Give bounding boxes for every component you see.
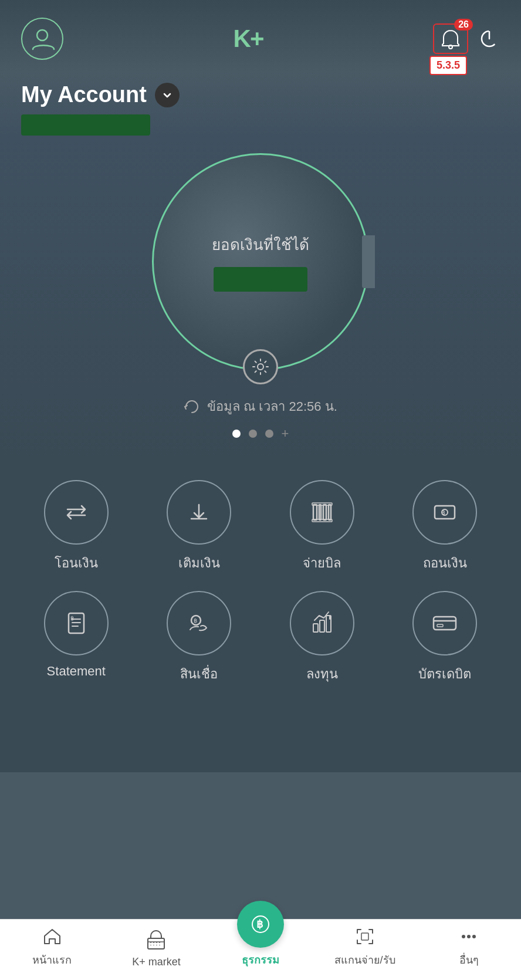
action-transfer-label: โอนเงิน bbox=[55, 553, 98, 573]
action-invest-circle bbox=[290, 591, 354, 655]
timestamp-row: ข้อมูล ณ เวลา 22:56 น. bbox=[184, 396, 337, 417]
svg-text:฿: ฿ bbox=[441, 509, 445, 516]
svg-point-29 bbox=[472, 935, 476, 938]
action-statement-label: Statement bbox=[47, 664, 106, 679]
account-section: My Account bbox=[0, 72, 521, 136]
actions-section: โอนเงิน เติมเงิน bbox=[0, 457, 521, 696]
app-logo: K+ bbox=[234, 25, 263, 53]
action-invest-label: ลงทุน bbox=[306, 664, 338, 684]
svg-point-4 bbox=[258, 364, 263, 370]
version-label: 5.3.5 bbox=[429, 56, 467, 75]
action-loan-label: สินเชื่อ bbox=[180, 664, 218, 684]
action-debit-circle bbox=[412, 591, 477, 655]
account-dropdown-button[interactable] bbox=[155, 83, 180, 107]
notification-badge: 26 bbox=[454, 19, 473, 31]
svg-text:฿: ฿ bbox=[194, 617, 197, 624]
account-number-bar bbox=[21, 114, 150, 136]
action-transfer-circle bbox=[44, 480, 109, 545]
nav-scan[interactable]: สแกนจ่าย/รับ bbox=[313, 925, 417, 968]
svg-rect-19 bbox=[320, 620, 324, 632]
balance-amount-bar bbox=[214, 267, 307, 292]
actions-grid: โอนเงิน เติมเงิน bbox=[18, 480, 503, 684]
side-tab bbox=[362, 235, 375, 288]
nav-market-label: K+ market bbox=[132, 956, 181, 968]
dot-2[interactable] bbox=[249, 430, 257, 438]
action-withdraw-label: ถอนเงิน bbox=[423, 553, 467, 573]
svg-rect-8 bbox=[329, 505, 331, 520]
nav-transaction-circle: ฿ bbox=[237, 901, 284, 948]
action-withdraw[interactable]: ฿ ถอนเงิน bbox=[387, 480, 504, 573]
svg-text:฿: ฿ bbox=[256, 918, 263, 930]
svg-rect-22 bbox=[437, 624, 443, 627]
nav-transaction-label: ธุรกรรม bbox=[242, 951, 279, 968]
avatar[interactable] bbox=[21, 18, 63, 60]
svg-rect-21 bbox=[434, 617, 456, 630]
svg-text:฿: ฿ bbox=[70, 615, 74, 621]
action-debit[interactable]: บัตรเดบิต bbox=[387, 591, 504, 684]
action-paybill[interactable]: จ่ายบิล bbox=[263, 480, 381, 573]
svg-rect-5 bbox=[313, 505, 317, 520]
svg-rect-6 bbox=[319, 505, 321, 520]
balance-circle-wrapper: ยอดเงินที่ใช้ได้ bbox=[152, 153, 369, 370]
svg-rect-26 bbox=[361, 933, 368, 940]
action-loan[interactable]: ฿ สินเชื่อ bbox=[141, 591, 258, 684]
svg-rect-18 bbox=[313, 624, 318, 632]
header: K+ 26 5.3.5 bbox=[0, 0, 521, 72]
svg-rect-23 bbox=[148, 938, 164, 949]
svg-point-1 bbox=[449, 45, 452, 49]
pagination-dots: + bbox=[232, 427, 289, 440]
account-title: My Account bbox=[21, 82, 147, 107]
nav-more-label: อื่นๆ bbox=[459, 951, 479, 968]
action-statement-circle: ฿ bbox=[44, 591, 109, 655]
nav-scan-label: สแกนจ่าย/รับ bbox=[334, 951, 395, 968]
balance-label: ยอดเงินที่ใช้ได้ bbox=[212, 232, 309, 256]
svg-point-28 bbox=[467, 935, 471, 938]
power-button[interactable] bbox=[479, 28, 500, 49]
action-statement[interactable]: ฿ Statement bbox=[18, 591, 135, 684]
svg-point-27 bbox=[462, 935, 465, 938]
svg-rect-7 bbox=[323, 505, 326, 520]
header-right: 26 5.3.5 bbox=[433, 23, 500, 54]
action-paybill-circle bbox=[290, 480, 354, 545]
action-topup-circle bbox=[167, 480, 231, 545]
action-topup[interactable]: เติมเงิน bbox=[141, 480, 258, 573]
nav-home[interactable]: หน้าแรก bbox=[0, 925, 104, 968]
notification-button[interactable]: 26 5.3.5 bbox=[433, 23, 468, 54]
nav-home-label: หน้าแรก bbox=[32, 951, 72, 968]
balance-section: ยอดเงินที่ใช้ได้ ข้อมูล ณ เวลา 22:56 น. … bbox=[0, 136, 521, 457]
dot-1[interactable] bbox=[232, 430, 241, 438]
dot-3[interactable] bbox=[265, 430, 273, 438]
settings-button[interactable] bbox=[243, 349, 278, 384]
action-topup-label: เติมเงิน bbox=[178, 553, 220, 573]
action-loan-circle: ฿ bbox=[167, 591, 231, 655]
action-debit-label: บัตรเดบิต bbox=[418, 664, 471, 684]
bottom-nav: หน้าแรก K+ market ฿ ธุรกรรม สแกนจ่าย/รับ bbox=[0, 919, 521, 980]
nav-transaction[interactable]: ฿ ธุรกรรม bbox=[208, 901, 313, 968]
nav-market[interactable]: K+ market bbox=[104, 930, 209, 968]
action-transfer[interactable]: โอนเงิน bbox=[18, 480, 135, 573]
action-paybill-label: จ่ายบิล bbox=[303, 553, 341, 573]
nav-more[interactable]: อื่นๆ bbox=[417, 925, 521, 968]
timestamp-text: ข้อมูล ณ เวลา 22:56 น. bbox=[207, 396, 337, 417]
dot-add[interactable]: + bbox=[282, 427, 289, 440]
balance-circle: ยอดเงินที่ใช้ได้ bbox=[152, 153, 369, 370]
action-withdraw-circle: ฿ bbox=[412, 480, 477, 545]
svg-point-0 bbox=[37, 30, 48, 40]
action-invest[interactable]: ลงทุน bbox=[263, 591, 381, 684]
